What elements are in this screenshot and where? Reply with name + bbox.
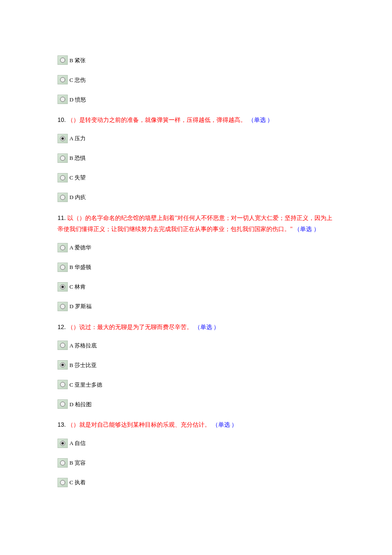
option-row[interactable]: D 内疚 — [58, 193, 334, 202]
radio-button[interactable] — [58, 153, 68, 163]
option-label: A 苏格拉底 — [69, 341, 97, 350]
radio-indicator — [60, 175, 65, 180]
question-type: （单选 ） — [294, 226, 320, 232]
radio-indicator — [60, 284, 65, 289]
option-label: C 执着 — [69, 478, 86, 487]
option-row[interactable]: D 愤怒 — [58, 95, 334, 104]
radio-indicator — [60, 265, 65, 270]
option-label: B 恐惧 — [69, 154, 86, 163]
radio-button[interactable] — [58, 458, 68, 468]
option-row[interactable]: C 亚里士多德 — [58, 380, 334, 389]
option-label: C 悲伤 — [69, 76, 86, 85]
question-type: （单选 ） — [248, 117, 274, 123]
radio-indicator — [60, 402, 65, 407]
radio-indicator — [60, 97, 65, 102]
radio-indicator — [60, 195, 65, 200]
radio-indicator — [60, 245, 65, 250]
radio-button[interactable] — [58, 341, 68, 350]
radio-indicator — [60, 362, 65, 367]
question-type: （单选 ） — [212, 422, 238, 428]
question-number: 12. — [58, 324, 67, 330]
option-label: B 宽容 — [69, 459, 86, 468]
option-label: D 愤怒 — [69, 95, 86, 104]
question-number: 10. — [58, 116, 67, 123]
radio-button[interactable] — [58, 478, 68, 487]
radio-button[interactable] — [58, 95, 68, 104]
radio-indicator — [60, 460, 65, 465]
option-label: C 林肯 — [69, 283, 86, 292]
radio-indicator — [60, 136, 65, 141]
radio-indicator — [60, 58, 65, 63]
radio-indicator — [60, 480, 65, 485]
option-label: D 罗斯福 — [69, 302, 92, 311]
question-number: 13. — [58, 421, 67, 428]
option-row[interactable]: B 宽容 — [58, 458, 334, 468]
option-label: C 失望 — [69, 173, 86, 182]
option-row[interactable]: B 莎士比亚 — [58, 360, 334, 370]
option-label: D 柏拉图 — [69, 400, 92, 409]
question-body: 以（）的名字命名的纪念馆的墙壁上刻着"对任何人不怀恶意；对一切人宽大仁爱；坚持正… — [58, 215, 332, 233]
radio-button[interactable] — [58, 380, 68, 389]
option-label: B 华盛顿 — [69, 263, 91, 272]
radio-indicator — [60, 343, 65, 348]
question-text: 12. （）说过：最大的无聊是为了无聊而费尽辛苦。 （单选 ） — [58, 321, 334, 333]
question-text: 13. （）就是对自己能够达到某种目标的乐观、充分估计。 （单选 ） — [58, 419, 334, 431]
radio-indicator — [60, 441, 65, 446]
option-row[interactable]: C 林肯 — [58, 282, 334, 292]
option-label: A 自信 — [69, 439, 86, 448]
option-label: A 爱德华 — [69, 243, 91, 252]
question-number: 11. — [58, 214, 67, 221]
radio-button[interactable] — [58, 263, 68, 272]
radio-button[interactable] — [58, 193, 68, 202]
radio-button[interactable] — [58, 173, 68, 182]
option-row[interactable]: A 苏格拉底 — [58, 341, 334, 350]
radio-indicator — [60, 382, 65, 387]
option-label: C 亚里士多德 — [69, 381, 102, 390]
radio-button[interactable] — [58, 302, 68, 311]
option-label: D 内疚 — [69, 193, 86, 202]
option-row[interactable]: B 华盛顿 — [58, 263, 334, 272]
question-body: （）是转变动力之前的准备，就像弹簧一样，压得越低，弹得越高。 — [67, 117, 246, 123]
radio-button[interactable] — [58, 282, 68, 292]
option-label: A 压力 — [69, 134, 86, 143]
option-label: B 紧张 — [69, 56, 86, 65]
radio-button[interactable] — [58, 360, 68, 370]
question-text: 11. 以（）的名字命名的纪念馆的墙壁上刻着"对任何人不怀恶意；对一切人宽大仁爱… — [58, 212, 334, 235]
option-row[interactable]: D 柏拉图 — [58, 399, 334, 409]
radio-button[interactable] — [58, 399, 68, 409]
option-row[interactable]: A 压力 — [58, 134, 334, 143]
radio-button[interactable] — [58, 439, 68, 448]
option-row[interactable]: B 紧张 — [58, 55, 334, 65]
question-body: （）说过：最大的无聊是为了无聊而费尽辛苦。 — [67, 324, 193, 330]
question-type: （单选 ） — [194, 324, 220, 330]
option-row[interactable]: C 执着 — [58, 478, 334, 487]
radio-indicator — [60, 304, 65, 309]
option-label: B 莎士比亚 — [69, 361, 97, 370]
radio-button[interactable] — [58, 75, 68, 84]
radio-button[interactable] — [58, 134, 68, 143]
radio-button[interactable] — [58, 55, 68, 65]
option-row[interactable]: B 恐惧 — [58, 153, 334, 163]
radio-button[interactable] — [58, 243, 68, 252]
radio-indicator — [60, 77, 65, 82]
radio-indicator — [60, 156, 65, 161]
question-text: 10. （）是转变动力之前的准备，就像弹簧一样，压得越低，弹得越高。 （单选 ） — [58, 114, 334, 126]
option-row[interactable]: A 爱德华 — [58, 243, 334, 252]
option-row[interactable]: C 失望 — [58, 173, 334, 182]
option-row[interactable]: C 悲伤 — [58, 75, 334, 84]
question-body: （）就是对自己能够达到某种目标的乐观、充分估计。 — [67, 422, 210, 428]
option-row[interactable]: A 自信 — [58, 439, 334, 448]
option-row[interactable]: D 罗斯福 — [58, 302, 334, 311]
